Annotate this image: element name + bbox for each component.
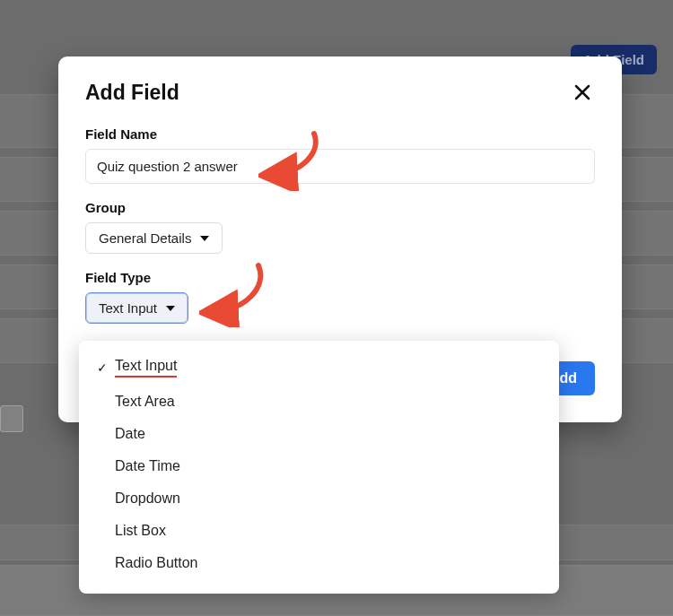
- menu-item-list-box[interactable]: List Box: [79, 515, 559, 547]
- menu-item-label: Radio Button: [115, 555, 198, 571]
- chevron-down-icon: [200, 236, 209, 241]
- menu-item-label: Date Time: [115, 458, 180, 474]
- field-type-select[interactable]: Text Input: [85, 292, 188, 324]
- check-icon: ✓: [93, 360, 111, 375]
- modal-header: Add Field: [85, 80, 595, 105]
- menu-item-date-time[interactable]: Date Time: [79, 450, 559, 482]
- field-name-input[interactable]: [85, 149, 595, 184]
- field-type-field: Field Type Text Input: [85, 270, 595, 324]
- menu-item-date[interactable]: Date: [79, 418, 559, 450]
- group-field: Group General Details: [85, 200, 595, 254]
- close-icon: [573, 83, 591, 101]
- close-button[interactable]: [570, 80, 595, 105]
- menu-item-label: Dropdown: [115, 490, 180, 507]
- menu-item-radio-button[interactable]: Radio Button: [79, 547, 559, 579]
- field-type-label: Field Type: [85, 270, 595, 285]
- field-name-group: Field Name: [85, 126, 595, 184]
- field-type-menu: ✓ Text Input Text Area Date Date Time Dr…: [79, 341, 559, 594]
- menu-item-text-input[interactable]: ✓ Text Input: [79, 350, 559, 386]
- menu-item-dropdown[interactable]: Dropdown: [79, 482, 559, 515]
- group-selected-value: General Details: [99, 230, 191, 246]
- menu-item-label: Date: [115, 426, 145, 442]
- group-label: Group: [85, 200, 595, 215]
- menu-item-label: List Box: [115, 523, 166, 539]
- background-control: [0, 405, 23, 432]
- modal-title: Add Field: [85, 81, 179, 105]
- menu-item-label: Text Input: [115, 358, 177, 377]
- group-select[interactable]: General Details: [85, 222, 223, 254]
- menu-item-text-area[interactable]: Text Area: [79, 386, 559, 418]
- field-name-label: Field Name: [85, 126, 595, 142]
- field-type-selected-value: Text Input: [99, 300, 157, 316]
- chevron-down-icon: [166, 306, 175, 311]
- menu-item-label: Text Area: [115, 394, 175, 410]
